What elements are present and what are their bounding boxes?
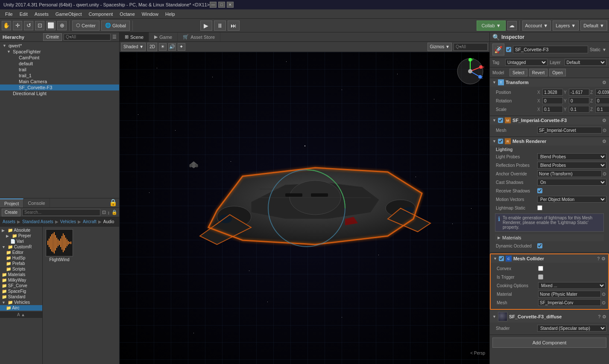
scale-z-input[interactable]: [595, 106, 609, 113]
pos-y-input[interactable]: [569, 89, 589, 96]
cast-shadows-select[interactable]: On: [537, 179, 606, 186]
mesh-filter-pick-icon[interactable]: ⊙: [603, 128, 606, 133]
revert-button[interactable]: Revert: [529, 69, 548, 76]
project-lock-icon2[interactable]: 🔒: [111, 210, 117, 215]
shaded-dropdown[interactable]: Shaded ▼: [121, 43, 146, 51]
lightmap-static-checkbox[interactable]: [537, 205, 542, 210]
file-flightwind[interactable]: FlightWind: [44, 228, 74, 263]
mesh-collider-settings-icon[interactable]: ⚙: [601, 256, 606, 262]
tree-airc[interactable]: 📁 Airc: [0, 305, 42, 311]
add-component-button[interactable]: Add Component: [492, 338, 606, 348]
audio-toggle[interactable]: 🔊: [168, 43, 176, 51]
collab-button[interactable]: Collab ▼: [477, 20, 505, 31]
dynamic-occluded-checkbox[interactable]: [537, 243, 542, 248]
scale-x-input[interactable]: [542, 106, 563, 113]
menu-component[interactable]: Component: [85, 11, 116, 17]
maximize-button[interactable]: □: [218, 2, 225, 8]
rect-tool-icon[interactable]: ⬜: [46, 21, 56, 30]
cloud-icon[interactable]: ☁: [507, 21, 517, 30]
layer-select[interactable]: Default: [565, 59, 607, 66]
transform-settings-icon[interactable]: ⚙: [602, 80, 606, 85]
collider-material-pick-icon[interactable]: ⊙: [602, 291, 606, 297]
hierarchy-item-campoint[interactable]: CamPoint: [0, 55, 119, 61]
mesh-renderer-settings-icon[interactable]: ⚙: [602, 139, 606, 144]
mesh-filter-arrow-icon[interactable]: ▼: [492, 118, 496, 122]
motion-vectors-select[interactable]: Per Object Motion: [537, 196, 606, 203]
menu-help[interactable]: Help: [162, 11, 179, 17]
mesh-filter-mesh-input[interactable]: [537, 127, 602, 134]
tree-sfcorve[interactable]: 📁 SF_Corve: [0, 283, 42, 288]
light-probes-select[interactable]: Blend Probes: [537, 153, 606, 160]
receive-shadows-checkbox[interactable]: [537, 188, 542, 193]
static-dropdown-icon[interactable]: ▼: [602, 47, 606, 52]
center-button[interactable]: ⬡ Center: [72, 20, 100, 31]
hierarchy-item-maincamera[interactable]: Main Camera: [0, 79, 119, 84]
transform-arrow-icon[interactable]: ▼: [492, 80, 496, 84]
mesh-collider-enable-checkbox[interactable]: [499, 256, 504, 261]
hierarchy-options-icon[interactable]: ☰: [112, 34, 117, 40]
rot-z-input[interactable]: [595, 97, 609, 104]
hand-tool-icon[interactable]: ✋: [2, 21, 11, 30]
breadcrumb-vehicles[interactable]: Vehicles: [60, 219, 76, 224]
project-search-input[interactable]: [22, 209, 100, 216]
minimize-button[interactable]: —: [210, 2, 217, 8]
menu-gameobject[interactable]: GameObject: [52, 11, 85, 17]
tree-scripts[interactable]: 📁 Scripts: [0, 266, 42, 272]
tree-vehicles[interactable]: ▼ 📁 Vehicles: [0, 300, 42, 305]
menu-octane[interactable]: Octane: [116, 11, 138, 17]
hierarchy-search-input[interactable]: [64, 34, 111, 41]
layers-dropdown[interactable]: Layers ▼: [553, 20, 579, 31]
open-button[interactable]: Open: [549, 69, 565, 76]
effects-toggle[interactable]: ✦: [178, 43, 185, 51]
tree-vari[interactable]: 📄 Vari: [0, 239, 42, 244]
pos-x-input[interactable]: [542, 89, 563, 96]
breadcrumb-standard-assets[interactable]: Standard Assets: [22, 219, 53, 224]
hierarchy-item-sf-corvette[interactable]: SF_Corvette-F3: [0, 84, 119, 90]
materials-section-header[interactable]: ▶ Materials: [495, 234, 604, 241]
hierarchy-item-trail1[interactable]: trail_1: [0, 73, 119, 79]
tree-standard[interactable]: 📁 Standard: [0, 294, 42, 300]
gizmos-dropdown[interactable]: Gizmos ▼: [427, 43, 452, 51]
tree-preper[interactable]: ▶ 📁 Preper: [0, 233, 42, 239]
tree-absolute[interactable]: ▶ 📁 Absolute: [0, 227, 42, 233]
play-button[interactable]: ▶: [200, 20, 212, 31]
hierarchy-item-dirlight[interactable]: Directional Light: [0, 90, 119, 96]
tree-editor[interactable]: 📁 Editor: [0, 250, 42, 255]
diffuse-settings-icon[interactable]: ⚙: [602, 314, 606, 320]
menu-file[interactable]: File: [2, 11, 16, 17]
move-tool-icon[interactable]: ✛: [13, 21, 22, 30]
anchor-override-input[interactable]: [537, 170, 602, 177]
scene-tab-scene[interactable]: ⊞Scene: [120, 32, 149, 41]
global-button[interactable]: 🌐 Global: [101, 20, 130, 31]
rot-y-input[interactable]: [569, 97, 589, 104]
object-name-input[interactable]: [513, 46, 588, 53]
mesh-collider-arrow-icon[interactable]: ▼: [493, 256, 497, 261]
project-options-2[interactable]: ↕: [108, 210, 110, 215]
step-button[interactable]: ⏭: [228, 20, 240, 31]
tree-customr[interactable]: ▼ 📁 CustomR: [0, 244, 42, 250]
hierarchy-item-trail[interactable]: trail: [0, 67, 119, 73]
diffuse-help-icon[interactable]: ?: [598, 314, 600, 319]
scale-y-input[interactable]: [569, 106, 589, 113]
hierarchy-item-default[interactable]: default: [0, 61, 119, 67]
tree-spacefig[interactable]: 📁 SpaceFig: [0, 288, 42, 294]
collider-material-input[interactable]: [538, 291, 601, 297]
pause-button[interactable]: ⏸: [214, 20, 226, 31]
breadcrumb-assets[interactable]: Assets: [3, 219, 15, 224]
collider-mesh-pick-icon[interactable]: ⊙: [602, 300, 606, 306]
tree-milkyway[interactable]: 📁 MilkyWay: [0, 277, 42, 283]
mesh-filter-enable-checkbox[interactable]: [498, 118, 503, 123]
rot-x-input[interactable]: [542, 97, 563, 104]
menu-window[interactable]: Window: [138, 11, 162, 17]
scene-tab-assetstore[interactable]: 🛒Asset Store: [178, 32, 220, 41]
menu-assets[interactable]: Assets: [31, 11, 52, 17]
close-button[interactable]: ✕: [227, 2, 234, 8]
scale-tool-icon[interactable]: ⊡: [35, 21, 44, 30]
anchor-pick-icon[interactable]: ⊙: [603, 171, 606, 177]
project-lock-icon[interactable]: 🔒: [107, 198, 119, 207]
hierarchy-item-qwert[interactable]: ▼ qwert*: [0, 43, 119, 49]
tab-console[interactable]: Console: [23, 198, 50, 207]
object-active-checkbox[interactable]: [506, 47, 511, 52]
transform-tool-icon[interactable]: ⊕: [57, 21, 67, 30]
tag-select[interactable]: Untagged: [505, 59, 548, 66]
